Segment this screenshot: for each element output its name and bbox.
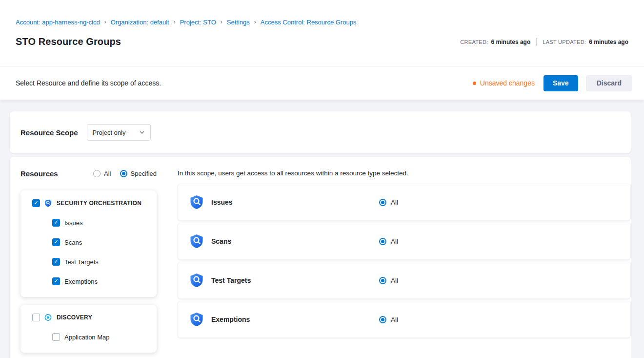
radio-option-all[interactable]: All [93, 170, 111, 177]
sto-shield-icon [44, 199, 52, 207]
item-checkbox[interactable] [52, 333, 60, 341]
radio-specified-icon[interactable] [120, 170, 127, 177]
group-header: SECURITY ORCHESTRATION [32, 199, 149, 207]
item-label: Test Targets [64, 258, 99, 266]
scope-detail-panel: In this scope, users get access to all r… [166, 157, 631, 352]
row-access-label: All [391, 316, 398, 323]
item-label: Issues [64, 219, 83, 227]
row-access-label: All [391, 199, 398, 206]
resource-row: Issues All [178, 184, 631, 221]
group-item: Application Map [52, 333, 149, 341]
main-content: Resource Scope Project only Resources Al… [0, 100, 644, 358]
item-checkbox[interactable] [52, 238, 60, 246]
title-row: STO Resource Groups CREATED: 6 minutes a… [16, 36, 628, 47]
row-label: Issues [211, 198, 379, 206]
breadcrumb-link[interactable]: Access Control: Resource Groups [261, 19, 357, 26]
group-item: Scans [52, 238, 149, 246]
group-items: Issues Scans Test Targets Exemptions [32, 219, 149, 285]
group-header: DISCOVERY [32, 314, 149, 321]
resources-panel: Resources All Specified SECURIT [10, 157, 166, 358]
chevron-right-icon: › [104, 19, 106, 26]
chevron-right-icon: › [221, 19, 222, 26]
group-item: Test Targets [52, 258, 149, 266]
sto-shield-icon [190, 273, 204, 288]
page-title: STO Resource Groups [16, 36, 121, 47]
header-meta: CREATED: 6 minutes ago LAST UPDATED: 6 m… [460, 38, 628, 46]
updated-label: LAST UPDATED: [543, 39, 586, 45]
resource-scope-label: Resource Scope [20, 128, 78, 137]
item-checkbox[interactable] [52, 219, 60, 227]
toolbar-description: Select Resource and define its scope of … [16, 79, 161, 87]
row-access-label: All [391, 277, 398, 284]
row-access-radio[interactable] [379, 277, 386, 284]
unsaved-changes-label: Unsaved changes [480, 79, 535, 87]
item-checkbox[interactable] [52, 258, 60, 266]
resource-group-card: SECURITY ORCHESTRATION Issues Scans Test… [20, 190, 157, 297]
item-label: Exemptions [64, 278, 98, 285]
unsaved-dot-icon [473, 82, 476, 85]
breadcrumb-link[interactable]: Account: app-harness-ng-cicd [16, 19, 100, 26]
created-value: 6 minutes ago [491, 39, 531, 45]
item-label: Scans [64, 239, 82, 246]
meta-divider [536, 38, 537, 46]
item-checkbox[interactable] [52, 277, 60, 285]
resource-group-list: SECURITY ORCHESTRATION Issues Scans Test… [20, 190, 157, 353]
group-item: Exemptions [52, 277, 149, 285]
resource-rows: Issues All Scans All Test Targets All Ex… [178, 184, 631, 338]
radio-specified-label: Specified [131, 170, 157, 177]
row-access-radio[interactable] [379, 199, 386, 206]
radio-all-icon[interactable] [93, 170, 101, 177]
item-label: Application Map [64, 334, 110, 341]
row-access: All [379, 238, 398, 245]
discard-button[interactable]: Discard [586, 75, 632, 91]
scope-description: In this scope, users get access to all r… [178, 169, 631, 177]
resources-header: Resources All Specified [20, 169, 157, 178]
resource-row: Exemptions All [178, 301, 631, 338]
group-checkbox[interactable] [32, 199, 40, 207]
chevron-right-icon: › [254, 19, 256, 26]
breadcrumb-link[interactable]: Organization: default [111, 19, 169, 26]
breadcrumb-link[interactable]: Project: STO [180, 19, 216, 26]
resources-title: Resources [20, 169, 58, 178]
sto-shield-icon [190, 234, 204, 249]
row-access: All [379, 316, 398, 323]
resource-row: Scans All [178, 223, 631, 260]
resource-scope-card: Resource Scope Project only [10, 111, 631, 153]
updated-value: 6 minutes ago [589, 39, 628, 45]
row-label: Test Targets [211, 276, 379, 284]
page-header: Account: app-harness-ng-cicd›Organizatio… [0, 0, 644, 66]
row-access-label: All [391, 238, 398, 245]
group-items: Application Map [32, 333, 149, 341]
breadcrumb: Account: app-harness-ng-cicd›Organizatio… [16, 0, 628, 26]
discovery-icon [44, 314, 52, 321]
row-label: Exemptions [211, 316, 379, 323]
group-label: SECURITY ORCHESTRATION [57, 200, 141, 207]
row-access-radio[interactable] [379, 316, 386, 323]
created-label: CREATED: [460, 39, 488, 45]
radio-all-label: All [104, 170, 111, 177]
resources-mode-radios: All Specified [93, 170, 157, 177]
row-label: Scans [211, 237, 379, 245]
row-access: All [379, 199, 398, 206]
resource-scope-select[interactable]: Project only [87, 124, 151, 141]
group-checkbox[interactable] [32, 314, 40, 321]
group-item: Issues [52, 219, 149, 227]
radio-option-specified[interactable]: Specified [120, 170, 157, 177]
breadcrumb-link[interactable]: Settings [227, 19, 250, 26]
sto-shield-icon [190, 195, 204, 210]
row-access: All [379, 277, 398, 284]
resource-scope-value: Project only [93, 129, 126, 136]
chevron-down-icon [139, 129, 145, 135]
resource-row: Test Targets All [178, 262, 631, 299]
save-button[interactable]: Save [543, 75, 578, 91]
toolbar: Select Resource and define its scope of … [0, 66, 644, 100]
row-access-radio[interactable] [379, 238, 386, 245]
chevron-right-icon: › [174, 19, 176, 26]
sto-shield-icon [190, 312, 204, 327]
toolbar-actions: Unsaved changes Save Discard [473, 75, 632, 91]
resources-section: Resources All Specified SECURIT [10, 157, 631, 358]
group-label: DISCOVERY [57, 314, 92, 321]
resource-group-card: DISCOVERY Application Map [20, 305, 157, 353]
unsaved-changes-indicator: Unsaved changes [473, 79, 535, 87]
